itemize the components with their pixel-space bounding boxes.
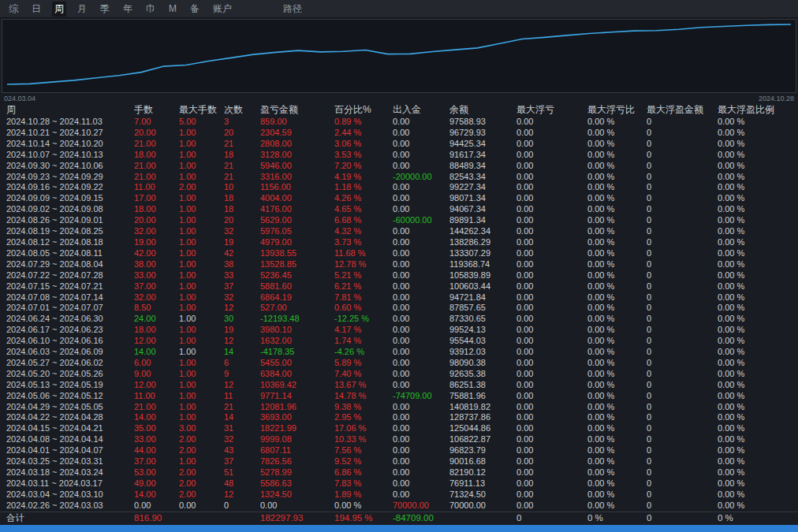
table-row[interactable]: 2024.09.30 ~ 2024.10.0621.001.00215946.0… xyxy=(0,161,798,172)
table-row[interactable]: 2024.08.05 ~ 2024.08.1142.001.004213938.… xyxy=(0,248,798,259)
pct-cell: 4.19 % xyxy=(334,172,393,183)
table-row[interactable]: 2024.06.03 ~ 2024.06.0914.001.0014-4178.… xyxy=(0,347,798,358)
max-lots-cell: 1.00 xyxy=(179,456,224,467)
table-row[interactable]: 2024.02.26 ~ 2024.03.030.000.0000.000.00… xyxy=(0,500,798,512)
max-float-loss-cell: 0.00 xyxy=(516,478,587,489)
table-row[interactable]: 2024.07.22 ~ 2024.07.2833.001.00335236.4… xyxy=(0,270,798,281)
balance-cell: 93912.03 xyxy=(449,347,516,358)
max-float-loss-pct-cell: 0.00 % xyxy=(587,380,647,391)
menu-item-0[interactable]: 综 xyxy=(6,2,21,17)
times-cell: 38 xyxy=(224,259,260,270)
table-row[interactable]: 2024.08.26 ~ 2024.09.0120.001.00205629.0… xyxy=(0,215,798,226)
menu-item-9[interactable]: 账户 xyxy=(211,2,234,17)
menu-item-3[interactable]: 月 xyxy=(75,2,89,17)
max-float-profit-pct-cell: 0.00 % xyxy=(718,369,798,380)
table-row[interactable]: 2024.05.06 ~ 2024.05.1211.001.00119771.1… xyxy=(0,391,798,402)
lots-cell: 6.00 xyxy=(134,358,179,369)
menu-item-6[interactable]: 巾 xyxy=(144,2,158,17)
menu-item-5[interactable]: 年 xyxy=(121,2,135,17)
balance-cell: 90016.68 xyxy=(449,456,516,467)
table-row[interactable]: 2024.09.02 ~ 2024.09.0818.001.00184176.0… xyxy=(0,204,798,215)
max-float-loss-pct-cell: 0.00 % xyxy=(587,150,647,161)
max-float-profit-cell: 0 xyxy=(647,117,718,128)
menu-item-4[interactable]: 季 xyxy=(98,2,112,17)
table-row[interactable]: 2024.06.17 ~ 2024.06.2318.001.00193980.1… xyxy=(0,325,798,336)
max-float-loss-cell: 0.00 xyxy=(516,489,587,500)
menu-item-8[interactable]: 备 xyxy=(188,2,202,17)
menu-item-2[interactable]: 周 xyxy=(52,2,66,17)
max-float-loss-cell: 0.00 xyxy=(516,423,587,434)
period-cell: 2024.07.15 ~ 2024.07.21 xyxy=(0,281,134,292)
max-float-profit-pct-cell: 0.00 % xyxy=(718,150,798,161)
table-row[interactable]: 2024.04.22 ~ 2024.04.2814.001.00143693.0… xyxy=(0,412,798,423)
pnl-cell: 10369.42 xyxy=(260,380,334,391)
bottom-scrollbar[interactable] xyxy=(0,525,798,532)
table-row[interactable]: 2024.10.14 ~ 2024.10.2021.001.00212808.0… xyxy=(0,139,798,150)
table-row[interactable]: 2024.05.27 ~ 2024.06.026.001.0065455.005… xyxy=(0,358,798,369)
table-row[interactable]: 2024.08.12 ~ 2024.08.1819.001.00194979.0… xyxy=(0,237,798,248)
balance-cell: 94067.34 xyxy=(449,204,516,215)
lots-cell: 8.50 xyxy=(134,303,179,314)
table-row[interactable]: 2024.03.18 ~ 2024.03.2453.002.00515278.9… xyxy=(0,467,798,478)
period-cell: 2024.08.05 ~ 2024.08.11 xyxy=(0,248,134,259)
table-row[interactable]: 2024.06.10 ~ 2024.06.1612.001.00121632.0… xyxy=(0,336,798,347)
times-cell: 6 xyxy=(224,358,260,369)
table-row[interactable]: 2024.04.29 ~ 2024.05.0521.001.002112081.… xyxy=(0,402,798,413)
max-float-profit-pct-cell: 0.00 % xyxy=(718,259,798,270)
table-row[interactable]: 2024.03.25 ~ 2024.03.3137.001.00377826.5… xyxy=(0,456,798,467)
max-float-profit-pct-cell: 0.00 % xyxy=(718,325,798,336)
pct-cell: 1.74 % xyxy=(334,336,393,347)
max-lots-cell: 2.00 xyxy=(179,445,224,456)
table-row[interactable]: 2024.05.20 ~ 2024.05.269.001.0096384.007… xyxy=(0,369,798,380)
max-float-loss-pct-cell: 0.00 % xyxy=(587,117,647,128)
balance-cell: 96823.79 xyxy=(449,445,516,456)
menu-item-1[interactable]: 日 xyxy=(29,2,43,17)
max-float-profit-cell: 0 xyxy=(647,237,718,248)
pnl-cell: 5455.00 xyxy=(260,358,334,369)
table-row[interactable]: 2024.09.16 ~ 2024.09.2211.002.00101156.0… xyxy=(0,182,798,193)
table-row[interactable]: 2024.07.01 ~ 2024.07.078.501.0012527.000… xyxy=(0,303,798,314)
cashflow-cell: 0.00 xyxy=(393,204,449,215)
max-float-loss-pct-cell: 0.00 % xyxy=(587,423,647,434)
total-pnl-cell: 182297.93 xyxy=(260,512,334,524)
max-float-loss-pct-cell: 0.00 % xyxy=(587,182,647,193)
balance-cell: 92635.38 xyxy=(449,369,516,380)
total-label-cell: 合计 xyxy=(0,512,134,524)
table-row[interactable]: 2024.07.15 ~ 2024.07.2137.001.00375881.6… xyxy=(0,281,798,292)
lots-cell: 21.00 xyxy=(134,161,179,172)
table-row[interactable]: 2024.03.11 ~ 2024.03.1749.002.00485586.6… xyxy=(0,478,798,489)
max-lots-cell: 1.00 xyxy=(179,325,224,336)
table-row[interactable]: 2024.07.08 ~ 2024.07.1432.001.00326864.1… xyxy=(0,292,798,303)
total-pct-cell: 194.95 % xyxy=(334,512,393,524)
table-row[interactable]: 2024.04.15 ~ 2024.04.2135.003.003118221.… xyxy=(0,423,798,434)
table-row[interactable]: 2024.10.07 ~ 2024.10.1318.001.00183128.0… xyxy=(0,150,798,161)
table-row[interactable]: 2024.04.08 ~ 2024.04.1433.002.00329999.0… xyxy=(0,434,798,445)
pct-cell: 4.32 % xyxy=(334,226,393,237)
max-float-loss-pct-cell: 0.00 % xyxy=(587,489,647,500)
max-float-loss-cell: 0.00 xyxy=(516,117,587,128)
pct-cell: 6.86 % xyxy=(334,467,393,478)
table-row[interactable]: 2024.04.01 ~ 2024.04.0744.002.00436807.1… xyxy=(0,445,798,456)
table-row[interactable]: 2024.03.04 ~ 2024.03.1014.002.00121324.5… xyxy=(0,489,798,500)
cashflow-cell: 70000.00 xyxy=(393,500,449,512)
table-row[interactable]: 2024.05.13 ~ 2024.05.1912.001.001210369.… xyxy=(0,380,798,391)
max-float-loss-cell: 0.00 xyxy=(516,380,587,391)
max-lots-cell: 1.00 xyxy=(179,237,224,248)
period-cell: 2024.10.21 ~ 2024.10.27 xyxy=(0,128,134,139)
max-float-loss-pct-cell: 0.00 % xyxy=(587,336,647,347)
menu-item-7[interactable]: M xyxy=(166,2,179,15)
table-row[interactable]: 2024.06.24 ~ 2024.06.3024.001.0030-12193… xyxy=(0,314,798,325)
pnl-cell: 12081.96 xyxy=(260,402,334,413)
table-row[interactable]: 2024.08.19 ~ 2024.08.2532.001.00325976.0… xyxy=(0,226,798,237)
times-cell: 18 xyxy=(224,204,260,215)
period-cell: 2024.02.26 ~ 2024.03.03 xyxy=(0,500,134,512)
table-row[interactable]: 2024.09.23 ~ 2024.09.2921.001.00213316.0… xyxy=(0,172,798,183)
table-row[interactable]: 2024.07.29 ~ 2024.08.0438.001.003813528.… xyxy=(0,259,798,270)
max-lots-cell: 1.00 xyxy=(179,391,224,402)
menu-item-10[interactable]: 路径 xyxy=(281,2,304,17)
balance-cell: 94721.84 xyxy=(449,292,516,303)
table-row[interactable]: 2024.10.28 ~ 2024.11.037.005.003859.000.… xyxy=(0,117,798,128)
chart-axis-labels: 024.03.04 2024.10.28 xyxy=(0,93,798,103)
table-row[interactable]: 2024.09.09 ~ 2024.09.1517.001.00184004.0… xyxy=(0,193,798,204)
table-row[interactable]: 2024.10.21 ~ 2024.10.2720.001.00202304.5… xyxy=(0,128,798,139)
